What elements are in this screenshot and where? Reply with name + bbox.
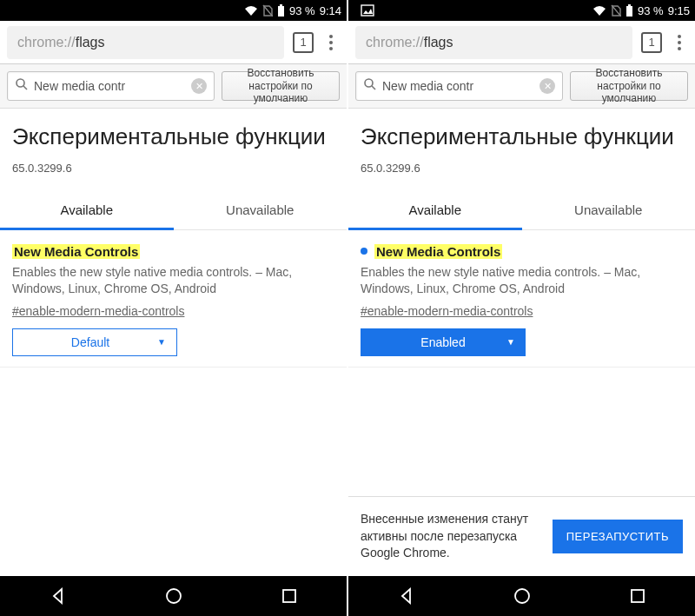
clock: 9:14	[320, 4, 341, 17]
no-sim-icon	[262, 4, 273, 17]
version-text: 65.0.3299.6	[12, 162, 334, 175]
svg-point-3	[17, 79, 24, 87]
android-nav-bar	[0, 576, 347, 616]
svg-rect-2	[280, 4, 282, 6]
back-icon[interactable]	[49, 586, 68, 606]
search-box[interactable]: ✕	[7, 71, 215, 101]
reset-defaults-button[interactable]: Восстановить настройки по умолчанию	[570, 71, 688, 101]
clear-search-icon[interactable]: ✕	[539, 78, 555, 94]
tab-switcher[interactable]: 1	[293, 32, 314, 53]
url-prefix: chrome://	[17, 35, 76, 50]
flags-toolbar: ✕ Восстановить настройки по умолчанию	[0, 64, 347, 109]
tab-unavailable[interactable]: Unavailable	[522, 190, 696, 229]
version-text: 65.0.3299.6	[361, 162, 683, 175]
battery-icon	[277, 4, 285, 17]
svg-rect-9	[626, 6, 632, 17]
content: Экспериментальные функции 65.0.3299.6 Av…	[348, 109, 695, 576]
flag-item: New Media Controls Enables the new style…	[348, 230, 695, 368]
status-bar: 93 % 9:15	[348, 0, 695, 21]
search-icon	[15, 77, 29, 95]
tabs: Available Unavailable	[348, 190, 695, 230]
svg-rect-7	[361, 5, 374, 16]
home-icon[interactable]	[513, 586, 532, 606]
wifi-icon	[244, 5, 258, 16]
svg-rect-10	[628, 4, 631, 6]
svg-point-5	[167, 589, 181, 603]
flag-title: New Media Controls	[12, 244, 140, 259]
status-bar: 93 % 9:14	[0, 0, 347, 21]
flag-state-select[interactable]: Enabled ▼	[361, 328, 526, 356]
flag-title: New Media Controls	[374, 244, 502, 259]
no-sim-icon	[611, 4, 621, 17]
recents-icon[interactable]	[281, 587, 298, 605]
search-input[interactable]	[34, 79, 186, 93]
battery-percent: 93 %	[289, 4, 315, 17]
page-title: Экспериментальные функции	[361, 123, 683, 151]
battery-icon	[626, 4, 633, 17]
svg-rect-1	[278, 6, 284, 17]
tabs: Available Unavailable	[0, 190, 347, 230]
page-title: Экспериментальные функции	[12, 123, 334, 151]
url-path: flags	[424, 35, 453, 50]
flag-description: Enables the new style native media contr…	[12, 264, 334, 298]
flag-anchor-link[interactable]: #enable-modern-media-controls	[12, 304, 184, 318]
svg-rect-14	[632, 590, 644, 602]
restart-button[interactable]: ПЕРЕЗАПУСТИТЬ	[553, 520, 683, 553]
search-input[interactable]	[382, 79, 534, 93]
url-bar: chrome://flags 1	[348, 21, 695, 64]
back-icon[interactable]	[397, 586, 416, 606]
url-field[interactable]: chrome://flags	[355, 26, 632, 59]
svg-point-11	[365, 79, 373, 87]
tab-switcher[interactable]: 1	[641, 32, 662, 53]
svg-rect-6	[283, 590, 295, 602]
battery-percent: 93 %	[638, 4, 664, 17]
tab-available[interactable]: Available	[0, 190, 174, 229]
url-path: flags	[76, 35, 105, 50]
search-box[interactable]: ✕	[355, 71, 563, 101]
clock: 9:15	[668, 4, 690, 17]
kebab-menu-icon[interactable]	[671, 32, 688, 53]
search-icon	[363, 77, 377, 95]
url-bar: chrome://flags 1	[0, 21, 347, 64]
flag-anchor-link[interactable]: #enable-modern-media-controls	[361, 304, 533, 318]
home-icon[interactable]	[164, 586, 183, 606]
modified-dot-icon	[361, 248, 367, 255]
kebab-menu-icon[interactable]	[322, 32, 340, 53]
device-left: 93 % 9:14 chrome://flags 1 ✕ Восстановит…	[0, 0, 347, 616]
picture-icon	[361, 4, 374, 17]
chevron-down-icon: ▼	[506, 337, 515, 347]
android-nav-bar	[348, 576, 695, 616]
restart-bar: Внесенные изменения станут активны после…	[348, 496, 695, 576]
recents-icon[interactable]	[629, 587, 646, 605]
flag-item: New Media Controls Enables the new style…	[0, 230, 347, 368]
svg-line-4	[23, 86, 27, 89]
reset-defaults-button[interactable]: Восстановить настройки по умолчанию	[222, 71, 340, 101]
flag-description: Enables the new style native media contr…	[361, 264, 683, 298]
tab-available[interactable]: Available	[348, 190, 522, 229]
url-prefix: chrome://	[366, 35, 424, 50]
content: Экспериментальные функции 65.0.3299.6 Av…	[0, 109, 347, 576]
chevron-down-icon: ▼	[157, 337, 166, 347]
svg-point-13	[515, 589, 529, 603]
flag-state-select[interactable]: Default ▼	[12, 328, 177, 356]
wifi-icon	[592, 5, 606, 16]
tab-unavailable[interactable]: Unavailable	[174, 190, 348, 229]
restart-message: Внесенные изменения станут активны после…	[361, 511, 542, 562]
device-right: 93 % 9:15 chrome://flags 1 ✕ Восстановит…	[348, 0, 695, 616]
clear-search-icon[interactable]: ✕	[191, 78, 207, 94]
svg-line-12	[372, 86, 375, 89]
url-field[interactable]: chrome://flags	[7, 26, 284, 59]
flags-toolbar: ✕ Восстановить настройки по умолчанию	[348, 64, 695, 109]
